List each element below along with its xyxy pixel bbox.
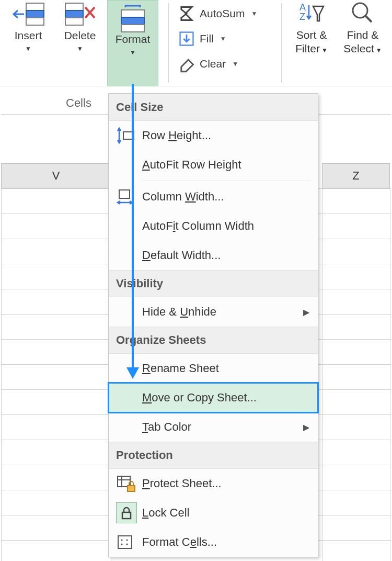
svg-point-27 [126,539,128,541]
svg-rect-23 [122,512,131,519]
clear-button[interactable]: Clear ▼ [178,51,257,76]
format-label: Format [108,33,158,46]
menu-item-label: Format Cells... [142,535,310,549]
menu-item-protect-sheet[interactable]: Protect Sheet... [109,469,318,498]
menu-item-move-or-copy-sheet[interactable]: Move or Copy Sheet... [109,383,318,412]
sort-filter-label: Sort & Filter▼ [289,28,335,57]
menu-item-label: Hide & Unhide [142,305,310,319]
insert-cells-icon [11,0,45,26]
svg-rect-18 [119,190,130,198]
blank-icon [116,245,142,266]
menu-section-visibility: Visibility [109,270,318,297]
svg-rect-0 [26,3,44,10]
menu-item-hide-unhide[interactable]: Hide & Unhide ▶ [109,297,318,327]
svg-rect-2 [26,18,44,25]
ribbon-separator [168,3,169,83]
menu-item-lock-cell[interactable]: Lock Cell [109,498,318,528]
menu-item-label: Default Width... [142,249,310,262]
find-select-label: Find & Select▼ [339,28,387,57]
svg-point-15 [353,3,367,18]
column-header-z[interactable]: Z [322,163,390,188]
column-header-v[interactable]: V [1,163,111,188]
sort-filter-button[interactable]: A Z Sort & Filter▼ [289,0,335,57]
sigma-icon [178,5,195,23]
menu-item-label: Tab Color [142,420,310,434]
menu-item-label: Row Height... [142,129,310,142]
insert-label: Insert [7,29,49,42]
menu-item-autofit-row-height[interactable]: AutoFit Row Height [109,150,318,179]
svg-point-28 [126,543,128,545]
clear-label: Clear [200,58,226,70]
delete-dropdown-caret[interactable]: ▼ [57,45,102,52]
fill-down-icon [178,30,195,48]
svg-rect-24 [118,536,132,548]
editing-group: AutoSum ▼ Fill ▼ Clear ▼ [178,1,257,76]
fill-button[interactable]: Fill ▼ [178,26,257,51]
menu-item-rename-sheet[interactable]: Rename Sheet [109,354,318,383]
svg-rect-22 [128,486,135,491]
menu-section-organize-sheets: Organize Sheets [109,327,318,354]
autosum-button[interactable]: AutoSum ▼ [178,1,257,26]
fill-caret[interactable]: ▼ [220,35,226,42]
blank-icon [116,301,142,322]
svg-rect-1 [26,10,44,18]
cells-group-label: Cells [66,96,91,110]
menu-item-tab-color[interactable]: Tab Color ▶ [109,412,318,442]
menu-item-label: Lock Cell [142,506,310,520]
format-dropdown-caret[interactable]: ▼ [108,49,158,56]
svg-rect-3 [65,3,83,10]
svg-text:A: A [299,2,306,13]
blank-icon [116,154,142,175]
svg-line-16 [365,16,372,22]
sort-filter-icon: A Z [297,0,326,26]
autosum-caret[interactable]: ▼ [251,10,257,17]
autosum-label: AutoSum [200,7,245,20]
format-cells-icon [116,4,149,30]
submenu-arrow-icon: ▶ [303,422,309,432]
blank-icon [116,387,142,408]
svg-point-25 [121,539,122,541]
find-select-button[interactable]: Find & Select▼ [339,0,387,57]
delete-cells-button[interactable]: Delete ▼ [57,0,102,52]
svg-rect-5 [65,18,83,25]
clear-caret[interactable]: ▼ [232,60,238,68]
menu-item-label: Rename Sheet [142,362,310,375]
svg-rect-4 [65,10,83,18]
submenu-arrow-icon: ▶ [303,307,309,317]
svg-point-26 [121,543,122,545]
menu-item-default-width[interactable]: Default Width... [109,241,318,270]
insert-cells-button[interactable]: Insert ▼ [7,0,49,52]
format-cells-dialog-icon [116,532,142,553]
menu-item-autofit-column-width[interactable]: AutoFit Column Width [109,211,318,241]
menu-section-protection: Protection [109,442,318,469]
fill-label: Fill [200,32,214,45]
menu-item-format-cells[interactable]: Format Cells... [109,528,318,557]
menu-item-label: Protect Sheet... [142,477,310,490]
menu-item-label: AutoFit Row Height [142,158,310,172]
ribbon-separator [281,3,282,83]
annotation-arrow [132,84,134,377]
row-height-icon [116,125,142,146]
delete-cells-icon [63,0,97,26]
menu-item-row-height[interactable]: Row Height... [109,121,318,150]
menu-item-label: Column Width... [142,190,310,204]
menu-item-column-width[interactable]: Column Width... [109,182,318,211]
column-width-icon [116,186,142,207]
format-cells-button[interactable]: Format ▼ [107,0,158,86]
menu-section-cell-size: Cell Size [109,94,318,121]
menu-item-label: AutoFit Column Width [142,219,310,233]
lock-icon [116,502,137,523]
menu-separator [142,181,310,181]
ribbon-section: Insert ▼ Delete ▼ Format [0,0,392,86]
insert-dropdown-caret[interactable]: ▼ [7,45,49,52]
svg-rect-11 [121,25,144,32]
magnifier-icon [349,0,377,26]
blank-icon [116,417,142,437]
menu-item-label: Move or Copy Sheet... [142,391,310,405]
svg-text:Z: Z [299,12,305,22]
format-dropdown-menu: Cell Size Row Height... AutoFit Row Heig… [108,93,318,557]
blank-icon [116,216,142,237]
delete-label: Delete [57,29,102,42]
protect-sheet-icon [116,473,142,494]
svg-rect-10 [121,17,144,25]
